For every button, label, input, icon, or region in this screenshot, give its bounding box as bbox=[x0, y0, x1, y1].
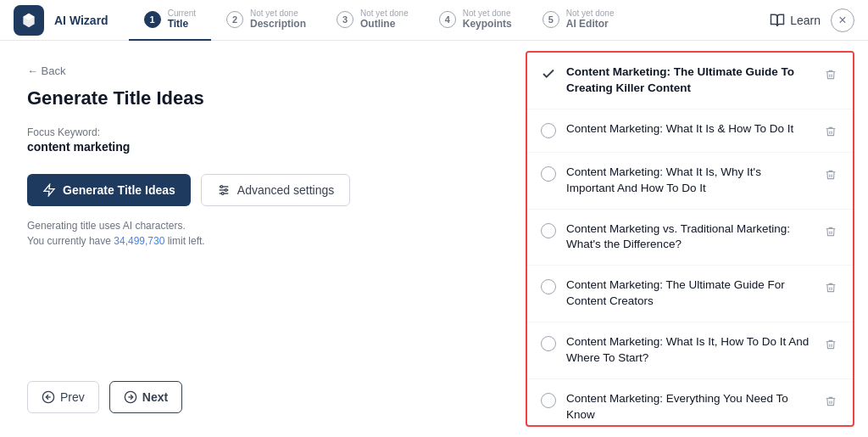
lightning-icon bbox=[42, 183, 56, 197]
delete-title-button[interactable] bbox=[822, 166, 839, 183]
step-status-3: Not yet done bbox=[360, 8, 409, 18]
next-label: Next bbox=[142, 390, 168, 404]
title-item[interactable]: Content Marketing: What Is It, How To Do… bbox=[527, 322, 853, 379]
ai-wizard-label: AI Wizard bbox=[54, 14, 108, 27]
title-list: Content Marketing: The Ultimate Guide To… bbox=[526, 51, 854, 427]
main-content: ← Back Generate Title Ideas Focus Keywor… bbox=[0, 41, 868, 437]
step-name-1: Title bbox=[168, 18, 196, 30]
ai-note: Generating title uses AI characters. bbox=[27, 220, 498, 232]
settings-icon bbox=[217, 183, 231, 197]
title-text: Content Marketing: What It Is, Why It's … bbox=[566, 165, 812, 197]
step-num-3: 3 bbox=[337, 11, 353, 28]
generate-title-button[interactable]: Generate Title Ideas bbox=[27, 174, 191, 206]
trash-icon bbox=[825, 169, 837, 181]
title-text: Content Marketing: What Is It, How To Do… bbox=[566, 334, 812, 367]
trash-icon bbox=[825, 226, 837, 238]
radio-circle[interactable] bbox=[541, 336, 556, 351]
prev-label: Prev bbox=[60, 390, 85, 404]
step-name-5: AI Editor bbox=[566, 18, 615, 30]
delete-title-button[interactable] bbox=[822, 279, 839, 296]
title-item[interactable]: Content Marketing: What It Is, Why It's … bbox=[527, 153, 853, 210]
title-text: Content Marketing: The Ultimate Guide To… bbox=[566, 64, 812, 97]
title-text: Content Marketing: What It Is & How To D… bbox=[566, 121, 812, 137]
delete-title-button[interactable] bbox=[822, 66, 839, 83]
nav-step-keypoints[interactable]: 4 Not yet done Keypoints bbox=[424, 0, 527, 41]
step-info-4: Not yet done Keypoints bbox=[463, 8, 512, 30]
next-icon bbox=[124, 390, 137, 404]
left-panel: ← Back Generate Title Ideas Focus Keywor… bbox=[0, 41, 526, 437]
prev-button[interactable]: Prev bbox=[27, 381, 99, 413]
step-status-4: Not yet done bbox=[463, 8, 512, 18]
steps-nav: 1 Current Title 2 Not yet done Descripti… bbox=[129, 0, 771, 41]
delete-title-button[interactable] bbox=[822, 223, 839, 240]
generate-btn-label: Generate Title Ideas bbox=[63, 183, 175, 197]
svg-marker-0 bbox=[44, 184, 54, 195]
learn-label: Learn bbox=[790, 14, 821, 27]
title-item[interactable]: Content Marketing: What It Is & How To D… bbox=[527, 109, 853, 153]
nav-right: Learn × bbox=[770, 8, 854, 32]
title-text: Content Marketing vs. Traditional Market… bbox=[566, 221, 812, 254]
step-num-1: 1 bbox=[144, 11, 161, 28]
check-icon bbox=[541, 66, 556, 81]
step-num-5: 5 bbox=[542, 11, 559, 28]
next-button[interactable]: Next bbox=[109, 381, 182, 413]
step-info-5: Not yet done AI Editor bbox=[566, 8, 615, 30]
radio-circle[interactable] bbox=[541, 279, 556, 294]
app-logo bbox=[14, 5, 44, 36]
trash-icon bbox=[825, 339, 837, 350]
delete-title-button[interactable] bbox=[822, 123, 839, 140]
trash-icon bbox=[825, 126, 837, 137]
nav-step-description[interactable]: 2 Not yet done Description bbox=[211, 0, 321, 41]
nav-step-outline[interactable]: 3 Not yet done Outline bbox=[321, 0, 424, 41]
radio-circle[interactable] bbox=[541, 166, 556, 182]
nav-step-title[interactable]: 1 Current Title bbox=[129, 0, 211, 41]
title-text: Content Marketing: The Ultimate Guide Fo… bbox=[566, 277, 812, 310]
close-button[interactable]: × bbox=[831, 8, 854, 32]
book-icon bbox=[770, 13, 785, 28]
advanced-settings-button[interactable]: Advanced settings bbox=[201, 174, 350, 206]
learn-button[interactable]: Learn bbox=[770, 13, 821, 28]
title-text: Content Marketing: Everything You Need T… bbox=[566, 391, 812, 423]
title-item[interactable]: Content Marketing: The Ultimate Guide Fo… bbox=[527, 266, 853, 322]
advanced-btn-label: Advanced settings bbox=[237, 183, 334, 197]
top-nav: AI Wizard 1 Current Title 2 Not yet done… bbox=[0, 0, 868, 41]
step-info-2: Not yet done Description bbox=[250, 8, 306, 30]
radio-circle[interactable] bbox=[541, 223, 556, 238]
step-status-2: Not yet done bbox=[250, 8, 306, 18]
ai-limit-link[interactable]: 34,499,730 bbox=[114, 235, 164, 247]
trash-icon bbox=[825, 282, 837, 294]
title-item[interactable]: Content Marketing: Everything You Need T… bbox=[527, 379, 853, 427]
svg-point-6 bbox=[221, 193, 224, 195]
page-title: Generate Title Ideas bbox=[27, 87, 498, 109]
delete-title-button[interactable] bbox=[822, 336, 839, 353]
title-item[interactable]: Content Marketing vs. Traditional Market… bbox=[527, 210, 853, 266]
nav-step-ai editor[interactable]: 5 Not yet done AI Editor bbox=[527, 0, 630, 41]
bottom-nav: Prev Next bbox=[27, 381, 498, 413]
radio-circle[interactable] bbox=[541, 393, 556, 408]
focus-keyword-label: Focus Keyword: bbox=[27, 126, 498, 138]
back-link[interactable]: ← Back bbox=[27, 64, 498, 77]
trash-icon bbox=[825, 69, 837, 81]
step-name-4: Keypoints bbox=[463, 18, 512, 30]
trash-icon bbox=[825, 395, 837, 407]
step-info-3: Not yet done Outline bbox=[360, 8, 409, 30]
focus-keyword-value: content marketing bbox=[27, 140, 498, 154]
step-name-3: Outline bbox=[360, 18, 409, 30]
radio-circle[interactable] bbox=[541, 123, 556, 138]
step-status-1: Current bbox=[168, 8, 196, 18]
step-info-1: Current Title bbox=[168, 8, 196, 30]
step-name-2: Description bbox=[250, 18, 306, 30]
ai-limit-text: You currently have 34,499,730 limit left… bbox=[27, 235, 498, 247]
step-num-2: 2 bbox=[226, 11, 243, 28]
delete-title-button[interactable] bbox=[822, 393, 839, 410]
svg-point-5 bbox=[225, 189, 227, 192]
title-item[interactable]: Content Marketing: The Ultimate Guide To… bbox=[527, 53, 853, 109]
step-status-5: Not yet done bbox=[566, 8, 615, 18]
action-buttons: Generate Title Ideas Advanced settings bbox=[27, 174, 498, 206]
svg-point-4 bbox=[220, 186, 223, 188]
step-num-4: 4 bbox=[439, 11, 456, 28]
prev-icon bbox=[42, 390, 55, 404]
